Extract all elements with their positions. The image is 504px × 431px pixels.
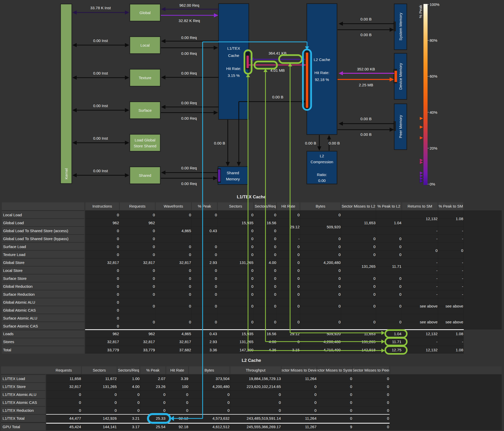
svg-text:Kernel: Kernel <box>64 168 68 179</box>
svg-text:Local: Local <box>141 43 150 47</box>
svg-text:962.00 Req: 962.00 Req <box>179 3 199 7</box>
svg-text:33.78 K Inst: 33.78 K Inst <box>90 6 111 10</box>
svg-text:Global: Global <box>140 11 151 15</box>
svg-text:L1/TEX: L1/TEX <box>227 46 240 50</box>
svg-text:Shared: Shared <box>139 173 151 178</box>
svg-text:0.00 B: 0.00 B <box>305 141 316 145</box>
svg-text:Memory: Memory <box>226 177 240 181</box>
svg-text:L2 Cache: L2 Cache <box>314 57 330 62</box>
svg-text:0.00 Inst: 0.00 Inst <box>93 104 108 108</box>
svg-text:Compression: Compression <box>311 160 333 164</box>
svg-text:92.18 %: 92.18 % <box>315 77 329 82</box>
svg-text:0.00 Inst: 0.00 Inst <box>93 38 108 43</box>
svg-text:Ratio:: Ratio: <box>317 172 327 177</box>
svg-text:2.25 MB: 2.25 MB <box>359 83 373 87</box>
svg-text:0.00 Inst: 0.00 Inst <box>93 169 108 173</box>
svg-text:Store Shared: Store Shared <box>134 144 156 148</box>
svg-text:0.00 Inst: 0.00 Inst <box>93 71 108 75</box>
svg-text:L2: L2 <box>320 154 324 158</box>
svg-text:0.00 Req: 0.00 Req <box>181 51 197 56</box>
svg-text:352.00 KB: 352.00 KB <box>357 67 375 71</box>
svg-text:0.00 Req: 0.00 Req <box>181 166 197 170</box>
svg-text:Load Global: Load Global <box>135 138 155 142</box>
svg-text:0.00 B: 0.00 B <box>360 33 371 37</box>
svg-text:% Peak: % Peak <box>418 5 423 18</box>
svg-text:Texture: Texture <box>139 76 151 80</box>
svg-text:3.15 %: 3.15 % <box>228 73 240 78</box>
svg-text:Hit Rate:: Hit Rate: <box>226 66 241 71</box>
svg-text:0.00 Inst: 0.00 Inst <box>93 136 108 140</box>
svg-text:60%: 60% <box>430 74 437 78</box>
svg-text:0.00 Req: 0.00 Req <box>181 35 197 40</box>
svg-text:80%: 80% <box>430 38 437 43</box>
svg-text:0.00 B: 0.00 B <box>272 95 283 99</box>
svg-text:0%: 0% <box>430 182 435 186</box>
svg-text:0.00: 0.00 <box>318 178 325 183</box>
svg-text:100%: 100% <box>430 2 439 7</box>
svg-text:20%: 20% <box>430 146 437 150</box>
svg-text:40%: 40% <box>430 110 437 115</box>
svg-text:0.00 B: 0.00 B <box>360 117 371 121</box>
svg-text:Surface: Surface <box>139 108 152 112</box>
svg-text:0.00 B: 0.00 B <box>360 17 371 21</box>
svg-text:0.00 Req: 0.00 Req <box>181 101 197 105</box>
svg-text:Device Memory: Device Memory <box>398 63 403 90</box>
svg-text:0.00 B: 0.00 B <box>214 141 225 145</box>
svg-text:0.00 Req: 0.00 Req <box>181 116 197 120</box>
svg-text:Shared: Shared <box>227 171 239 175</box>
svg-text:Hit Rate:: Hit Rate: <box>314 70 329 75</box>
svg-text:32.82 K Req: 32.82 K Req <box>179 18 200 23</box>
svg-text:0.00 B: 0.00 B <box>360 132 371 137</box>
svg-text:Cache: Cache <box>228 53 239 58</box>
svg-text:0.00 Req: 0.00 Req <box>181 71 197 75</box>
svg-text:0.00 Req: 0.00 Req <box>181 181 197 186</box>
svg-text:System Memory: System Memory <box>398 13 403 40</box>
svg-text:Peer Memory: Peer Memory <box>398 115 403 138</box>
svg-text:0.00 B: 0.00 B <box>329 141 340 145</box>
